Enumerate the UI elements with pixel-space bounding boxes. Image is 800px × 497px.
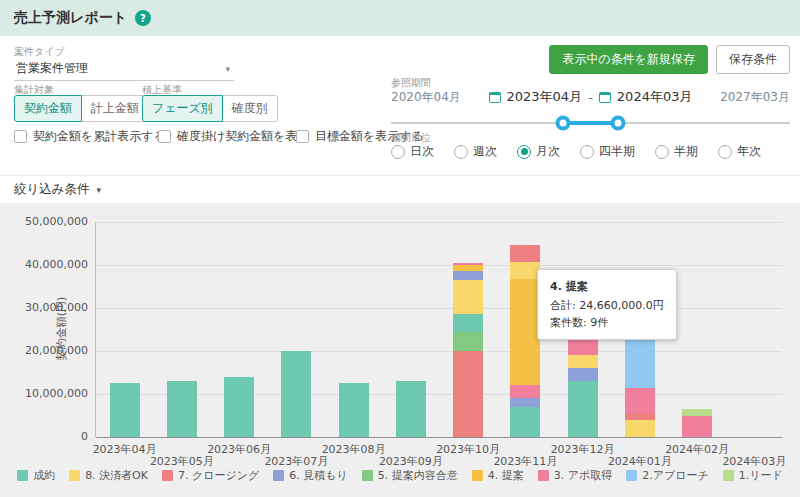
radio-label: 週次 — [473, 143, 497, 160]
legend-label: 8. 決済者OK — [85, 468, 148, 483]
radio-circle — [580, 145, 594, 159]
plot-area: 010,000,00020,000,00030,000,00040,000,00… — [95, 222, 782, 437]
bar-segment[interactable] — [453, 280, 483, 314]
period-max-date: 2027年03月 — [720, 89, 790, 106]
legend-item[interactable]: 2.アプローチ — [626, 468, 709, 483]
checkbox-box — [296, 130, 309, 143]
bar-segment[interactable] — [682, 416, 712, 438]
y-tick-label: 50,000,000 — [25, 215, 88, 228]
bar-segment[interactable] — [510, 245, 540, 262]
page-title: 売上予測レポート — [14, 9, 127, 27]
calendar-icon[interactable] — [599, 92, 611, 103]
period-start-date[interactable]: 2023年04月 — [507, 88, 583, 106]
legend-swatch — [273, 470, 284, 481]
radio-label: 月次 — [536, 143, 560, 160]
legend-item[interactable]: 成約 — [17, 468, 55, 483]
gridline — [96, 265, 782, 266]
period-dates-row: 2020年04月 2023年04月 - 2024年03月 2027年03月 — [391, 88, 790, 106]
help-icon[interactable]: ? — [135, 10, 151, 26]
period-slider[interactable] — [391, 115, 790, 131]
legend-item[interactable]: 7. クロージング — [162, 468, 259, 483]
checkbox-cumulative-contract[interactable]: 契約金額を累計表示する — [14, 128, 166, 145]
sales-forecast-report-page: 売上予測レポート ? 案件タイプ 営業案件管理 ▾ 集計対象 積上基準 契約金額… — [0, 0, 800, 497]
bar-segment[interactable] — [568, 368, 598, 381]
toggle-contract-amount[interactable]: 契約金額 — [14, 95, 82, 122]
period-separator: - — [588, 90, 593, 105]
bar-segment[interactable] — [453, 351, 483, 437]
bar-segment[interactable] — [510, 279, 540, 385]
controls-panel: 案件タイプ 営業案件管理 ▾ 集計対象 積上基準 契約金額 計上金額 フェーズ別… — [0, 36, 800, 175]
bar-segment[interactable] — [110, 383, 140, 437]
radio-daily[interactable]: 日次 — [391, 143, 434, 160]
condition-buttons: 表示中の条件を新規保存 保存条件 — [549, 45, 790, 74]
bar-segment[interactable] — [568, 355, 598, 368]
legend-swatch — [472, 470, 483, 481]
radio-monthly[interactable]: 月次 — [517, 143, 560, 160]
bar-segment[interactable] — [453, 314, 483, 331]
bar-segment[interactable] — [625, 388, 655, 414]
period-end-date[interactable]: 2024年03月 — [617, 88, 693, 106]
radio-quarterly[interactable]: 四半期 — [580, 143, 635, 160]
legend-label: 5. 提案内容合意 — [378, 468, 458, 483]
save-new-conditions-button[interactable]: 表示中の条件を新規保存 — [549, 45, 708, 74]
bar-segment[interactable] — [453, 263, 483, 265]
period-min-date: 2020年04月 — [391, 89, 461, 106]
checkbox-probability-weighted[interactable]: 確度掛け契約金額を表示 — [158, 128, 310, 145]
checkbox-label: 契約金額を累計表示する — [33, 128, 166, 145]
bar-segment[interactable] — [682, 409, 712, 415]
bar-segment[interactable] — [396, 381, 426, 437]
period-selected-range: 2023年04月 - 2024年03月 — [489, 88, 693, 106]
bar-segment[interactable] — [453, 332, 483, 351]
slider-handle-start[interactable] — [555, 116, 570, 131]
toggle-by-phase[interactable]: フェーズ別 — [142, 95, 223, 122]
radio-weekly[interactable]: 週次 — [454, 143, 497, 160]
bar-segment[interactable] — [339, 383, 369, 437]
bar-segment[interactable] — [510, 385, 540, 398]
bar-segment[interactable] — [510, 407, 540, 437]
aggregation-toggle-group: 契約金額 計上金額 — [14, 95, 149, 122]
bar-segment[interactable] — [167, 381, 197, 437]
saved-conditions-button[interactable]: 保存条件 — [716, 45, 790, 74]
bar-segment[interactable] — [625, 413, 655, 419]
period-unit-radios: 日次 週次 月次 四半期 半期 — [391, 143, 761, 160]
legend-item[interactable]: 6. 見積もり — [273, 468, 348, 483]
y-tick-label: 40,000,000 — [25, 258, 88, 271]
toggle-by-probability[interactable]: 確度別 — [223, 95, 278, 122]
bar-segment[interactable] — [453, 271, 483, 280]
radio-yearly[interactable]: 年次 — [718, 143, 761, 160]
legend-item[interactable]: 3. アポ取得 — [538, 468, 613, 483]
gridline — [96, 222, 782, 223]
checkbox-box — [14, 130, 27, 143]
gridline — [96, 351, 782, 352]
legend-item[interactable]: 1.リード — [723, 468, 783, 483]
bar-segment[interactable] — [224, 377, 254, 437]
legend-item[interactable]: 5. 提案内容合意 — [362, 468, 458, 483]
filter-conditions-toggle[interactable]: 絞り込み条件 ▾ — [0, 175, 800, 203]
radio-label: 半期 — [674, 143, 698, 160]
radio-circle — [517, 145, 531, 159]
bar-segment[interactable] — [568, 340, 598, 355]
case-type-select[interactable]: 営業案件管理 ▾ — [14, 57, 234, 81]
tooltip-title: 4. 提案 — [550, 278, 664, 295]
radio-half-yearly[interactable]: 半期 — [655, 143, 698, 160]
toggle-recorded-amount[interactable]: 計上金額 — [82, 95, 149, 122]
checkbox-box — [158, 130, 171, 143]
legend-swatch — [538, 470, 549, 481]
calendar-icon[interactable] — [489, 92, 501, 103]
legend-item[interactable]: 8. 決済者OK — [69, 468, 148, 483]
legend-label: 7. クロージング — [178, 468, 259, 483]
legend-label: 成約 — [33, 468, 55, 483]
bar-segment[interactable] — [453, 265, 483, 271]
legend-item[interactable]: 4. 提案 — [472, 468, 524, 483]
gridline — [96, 308, 782, 309]
slider-handle-end[interactable] — [611, 116, 626, 131]
stack-basis-toggle-group: フェーズ別 確度別 — [142, 95, 278, 122]
y-tick-label: 30,000,000 — [25, 301, 88, 314]
bar-segment[interactable] — [510, 398, 540, 407]
bar-segment[interactable] — [625, 420, 655, 437]
bar-segment[interactable] — [281, 351, 311, 437]
bar-segment[interactable] — [568, 381, 598, 437]
bar-segment[interactable] — [510, 262, 540, 279]
filter-conditions-label: 絞り込み条件 — [14, 181, 90, 198]
legend-label: 1.リード — [739, 468, 783, 483]
